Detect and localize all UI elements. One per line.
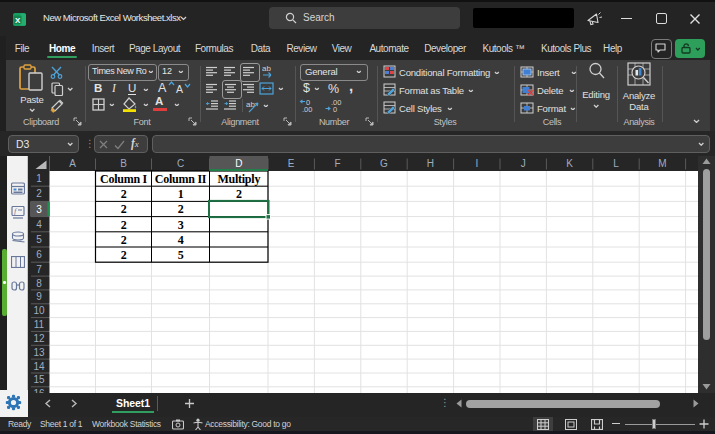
svg-text:8: 8	[36, 278, 42, 289]
svg-text:M: M	[658, 158, 666, 169]
svg-text:7: 7	[36, 264, 42, 275]
svg-text:2: 2	[121, 187, 127, 201]
svg-text:1: 1	[178, 187, 184, 201]
svg-text:H: H	[427, 158, 434, 169]
svg-text:15: 15	[33, 374, 45, 385]
svg-text:I: I	[475, 158, 478, 169]
svg-text:14: 14	[33, 361, 45, 372]
svg-text:Multiply: Multiply	[217, 172, 260, 186]
svg-text:10: 10	[33, 305, 45, 316]
svg-text:5: 5	[178, 248, 184, 262]
svg-text:2: 2	[121, 248, 127, 262]
svg-text:2: 2	[121, 202, 127, 216]
svg-text:1: 1	[36, 173, 42, 184]
svg-text:K: K	[566, 158, 573, 169]
svg-text:Column I: Column I	[100, 172, 148, 186]
svg-text:J: J	[521, 158, 526, 169]
svg-text:C: C	[177, 158, 184, 169]
svg-text:F: F	[335, 158, 341, 169]
svg-text:G: G	[380, 158, 388, 169]
svg-text:2: 2	[178, 202, 184, 216]
svg-text:3: 3	[36, 204, 42, 215]
svg-text:3: 3	[178, 218, 184, 232]
svg-text:L: L	[613, 158, 619, 169]
svg-text:2: 2	[36, 188, 42, 199]
svg-text:E: E	[288, 158, 295, 169]
svg-text:2: 2	[121, 233, 127, 247]
svg-text:6: 6	[36, 249, 42, 260]
svg-text:B: B	[120, 158, 127, 169]
svg-text:D: D	[235, 158, 242, 169]
svg-text:4: 4	[36, 219, 42, 230]
svg-text:2: 2	[236, 187, 242, 201]
svg-text:9: 9	[36, 291, 42, 302]
svg-text:A: A	[69, 158, 76, 169]
svg-text:4: 4	[178, 233, 184, 247]
svg-text:Column II: Column II	[155, 172, 207, 186]
svg-text:f: f	[14, 207, 18, 216]
svg-text:11: 11	[34, 319, 45, 330]
svg-text:13: 13	[33, 347, 45, 358]
svg-text:12: 12	[33, 333, 45, 344]
svg-text:5: 5	[36, 234, 42, 245]
svg-text:2: 2	[121, 218, 127, 232]
